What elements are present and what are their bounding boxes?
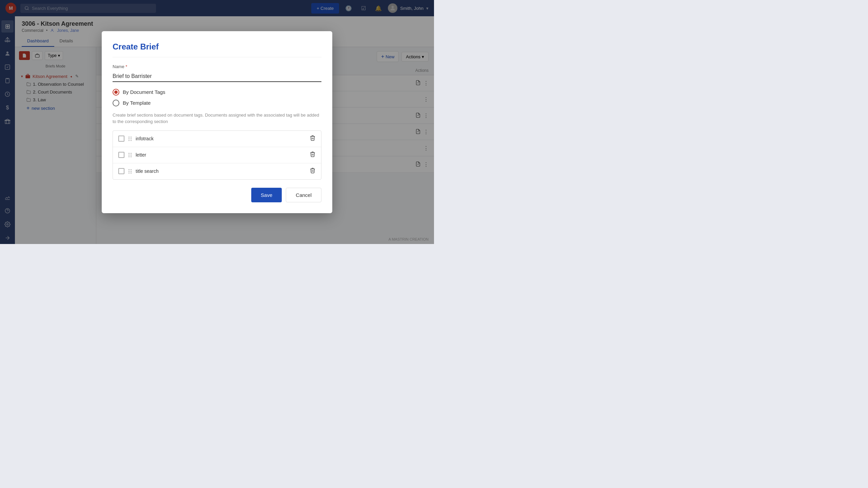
delete-tag-infotrack[interactable] <box>310 135 316 143</box>
tag-checkbox-title-search[interactable] <box>118 168 124 174</box>
name-input[interactable] <box>113 71 321 82</box>
tag-checkbox-letter[interactable] <box>118 152 124 158</box>
tag-checkbox-infotrack[interactable] <box>118 136 124 142</box>
name-label: Name * <box>113 64 321 69</box>
modal-title: Create Brief <box>113 42 321 57</box>
tag-row-infotrack: infotrack <box>113 131 321 147</box>
tag-row-title-search: title search <box>113 163 321 179</box>
tag-table: infotrack letter <box>113 130 321 180</box>
radio-circle-tags <box>113 89 119 96</box>
drag-handle-title-search[interactable] <box>129 169 132 174</box>
radio-by-template[interactable]: By Template <box>113 100 321 106</box>
cancel-button[interactable]: Cancel <box>286 188 321 202</box>
drag-handle-infotrack[interactable] <box>129 137 132 141</box>
radio-circle-template <box>113 100 119 106</box>
modal-footer: Save Cancel <box>113 188 321 202</box>
save-button[interactable]: Save <box>251 188 282 202</box>
modal-description: Create brief sections based on document … <box>113 112 321 125</box>
radio-group: By Document Tags By Template <box>113 89 321 106</box>
drag-handle-letter[interactable] <box>129 153 132 157</box>
modal-overlay[interactable]: Create Brief Name * By Document Tags By … <box>0 0 434 244</box>
delete-tag-title-search[interactable] <box>310 167 316 175</box>
create-brief-modal: Create Brief Name * By Document Tags By … <box>102 31 332 213</box>
tag-row-letter: letter <box>113 147 321 163</box>
name-field-group: Name * <box>113 64 321 82</box>
delete-tag-letter[interactable] <box>310 151 316 159</box>
radio-by-document-tags[interactable]: By Document Tags <box>113 89 321 96</box>
